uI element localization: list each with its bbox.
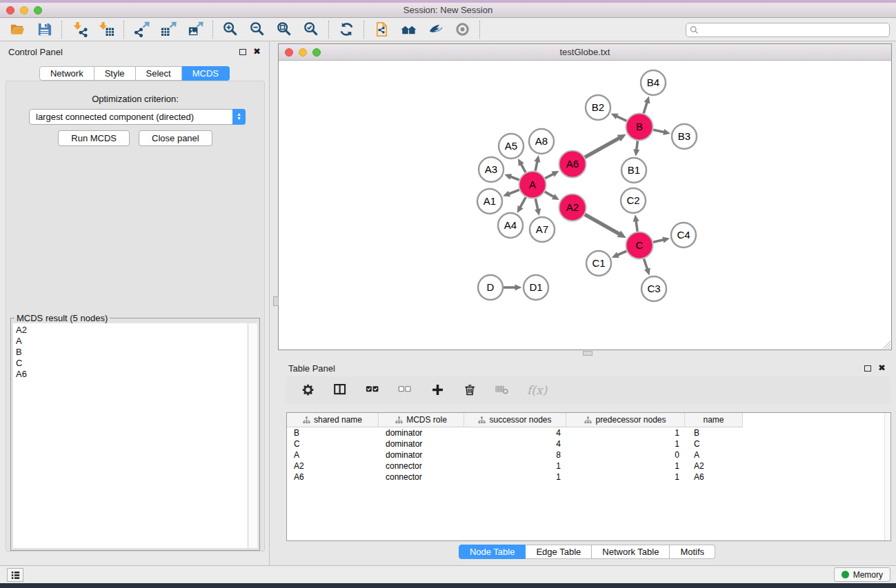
tab-edge-table[interactable]: Edge Table xyxy=(526,545,592,559)
graph-edge-D-D1[interactable] xyxy=(504,284,522,290)
result-list-item[interactable]: A6 xyxy=(16,369,248,380)
graph-node-B[interactable]: B xyxy=(626,114,653,141)
graph-node-A4[interactable]: A4 xyxy=(498,213,523,238)
graph-edge-B-B1[interactable] xyxy=(633,141,639,156)
graph-edge-C-C1[interactable] xyxy=(612,251,626,258)
horizontal-splitter-handle[interactable] xyxy=(583,351,593,356)
graph-edge-A-A2[interactable] xyxy=(545,192,559,200)
table-cell[interactable]: 1 xyxy=(464,472,566,483)
graph-edge-A-A8[interactable] xyxy=(534,155,540,171)
table-row[interactable]: A6connector11A6 xyxy=(287,472,890,483)
table-cell[interactable]: 4 xyxy=(464,427,566,438)
select-all-icon[interactable] xyxy=(365,382,380,398)
table-cell[interactable]: A xyxy=(685,449,743,460)
result-list-item[interactable]: A xyxy=(16,336,248,347)
tab-mcds[interactable]: MCDS xyxy=(182,66,230,81)
export-table-icon[interactable] xyxy=(160,21,177,38)
table-cell[interactable]: C xyxy=(287,438,379,449)
table-cell[interactable]: 8 xyxy=(464,449,566,460)
graph-edge-A-A7[interactable] xyxy=(535,199,541,216)
tab-motifs[interactable]: Motifs xyxy=(670,545,715,559)
close-panel-icon[interactable]: ✖ xyxy=(253,48,261,55)
table-cell[interactable]: A xyxy=(287,449,379,460)
tab-select[interactable]: Select xyxy=(136,66,182,81)
table-cell[interactable]: connector xyxy=(379,472,464,483)
table-cell[interactable]: dominator xyxy=(379,438,464,449)
graph-edge-C-C2[interactable] xyxy=(633,214,639,231)
table-row[interactable]: Adominator80A xyxy=(287,449,890,460)
window-resize-grip[interactable] xyxy=(881,339,890,349)
graph-node-B2[interactable]: B2 xyxy=(586,95,610,120)
zoom-in-icon[interactable] xyxy=(222,21,239,38)
graphics-details-icon[interactable] xyxy=(427,21,444,38)
graph-edge-A-A1[interactable] xyxy=(503,190,519,196)
graph-node-A6[interactable]: A6 xyxy=(559,151,586,178)
column-header-name[interactable]: name xyxy=(685,413,743,427)
zoom-selected-icon[interactable] xyxy=(303,21,319,38)
table-settings-icon[interactable] xyxy=(300,382,315,398)
graph-node-A[interactable]: A xyxy=(519,172,546,199)
run-mcds-button[interactable]: Run MCDS xyxy=(58,130,130,146)
table-cell[interactable]: B xyxy=(685,427,743,438)
vertical-splitter-handle[interactable] xyxy=(273,296,279,306)
result-list-scrollbar[interactable] xyxy=(248,323,257,548)
graph-edge-A6-B[interactable] xyxy=(585,134,626,157)
table-cell[interactable]: C xyxy=(685,438,743,449)
birds-eye-view-icon[interactable] xyxy=(454,21,470,38)
table-scrollbar[interactable] xyxy=(884,413,890,540)
save-session-icon[interactable] xyxy=(36,21,52,38)
table-cell[interactable]: A2 xyxy=(287,460,379,472)
graph-edge-B-B2[interactable] xyxy=(611,114,627,121)
result-list-item[interactable]: C xyxy=(16,358,248,369)
search-box[interactable] xyxy=(686,23,890,37)
table-cell[interactable]: 1 xyxy=(566,427,685,438)
graph-edge-B-B3[interactable] xyxy=(653,129,670,135)
graph-node-A8[interactable]: A8 xyxy=(529,129,554,154)
home-icon[interactable] xyxy=(400,21,417,38)
table-cell[interactable]: 4 xyxy=(464,438,566,449)
zoom-out-icon[interactable] xyxy=(249,21,266,38)
column-header-shared-name[interactable]: shared name xyxy=(287,413,379,427)
export-network-icon[interactable] xyxy=(133,21,150,38)
table-cell[interactable]: dominator xyxy=(379,449,464,460)
graph-node-C1[interactable]: C1 xyxy=(586,251,611,276)
apply-layout-icon[interactable] xyxy=(338,21,355,38)
table-cell[interactable]: 1 xyxy=(566,472,685,483)
graph-edge-B-B4[interactable] xyxy=(644,97,650,114)
table-cell[interactable]: 1 xyxy=(566,460,685,472)
table-cell[interactable]: A6 xyxy=(685,472,743,483)
graph-node-B4[interactable]: B4 xyxy=(641,70,666,95)
graph-node-A7[interactable]: A7 xyxy=(530,217,555,242)
graph-node-C4[interactable]: C4 xyxy=(671,223,696,247)
table-cell[interactable]: 1 xyxy=(566,438,685,449)
graph-node-C3[interactable]: C3 xyxy=(641,276,666,301)
column-header-successor-nodes[interactable]: successor nodes xyxy=(464,413,566,427)
table-cell[interactable]: dominator xyxy=(379,427,464,438)
graph-edge-A-A5[interactable] xyxy=(518,159,526,172)
graph-edge-C-C3[interactable] xyxy=(644,258,650,275)
zoom-fit-icon[interactable] xyxy=(276,21,292,38)
graph-node-A1[interactable]: A1 xyxy=(477,189,502,214)
graph-edge-A-A4[interactable] xyxy=(517,197,526,213)
export-image-icon[interactable] xyxy=(187,21,203,38)
graph-edge-A-A6[interactable] xyxy=(545,171,559,178)
table-cell[interactable]: 1 xyxy=(464,460,566,472)
import-network-icon[interactable] xyxy=(71,21,88,38)
deselect-all-icon[interactable] xyxy=(397,382,412,398)
tab-style[interactable]: Style xyxy=(94,66,136,81)
graph-node-A3[interactable]: A3 xyxy=(479,157,504,182)
close-panel-button[interactable]: Close panel xyxy=(139,130,212,146)
table-cell[interactable]: A6 xyxy=(287,472,379,483)
table-row[interactable]: A2connector11A2 xyxy=(287,460,890,472)
add-column-icon[interactable] xyxy=(430,382,445,398)
network-canvas[interactable]: AA1A3A5A8A4A7A6A2BB1B2B3B4CC1C2C3C4DD1 xyxy=(279,61,891,349)
graph-node-B3[interactable]: B3 xyxy=(672,124,697,149)
close-table-panel-icon[interactable]: ✖ xyxy=(878,365,886,372)
graph-edge-C-C4[interactable] xyxy=(653,236,670,243)
delete-column-icon[interactable] xyxy=(462,382,477,398)
table-cell[interactable]: B xyxy=(287,427,379,438)
graph-node-C2[interactable]: C2 xyxy=(621,188,646,213)
tab-network[interactable]: Network xyxy=(39,66,94,81)
table-cell[interactable]: 0 xyxy=(566,449,685,460)
table-cell[interactable]: A2 xyxy=(685,460,743,472)
